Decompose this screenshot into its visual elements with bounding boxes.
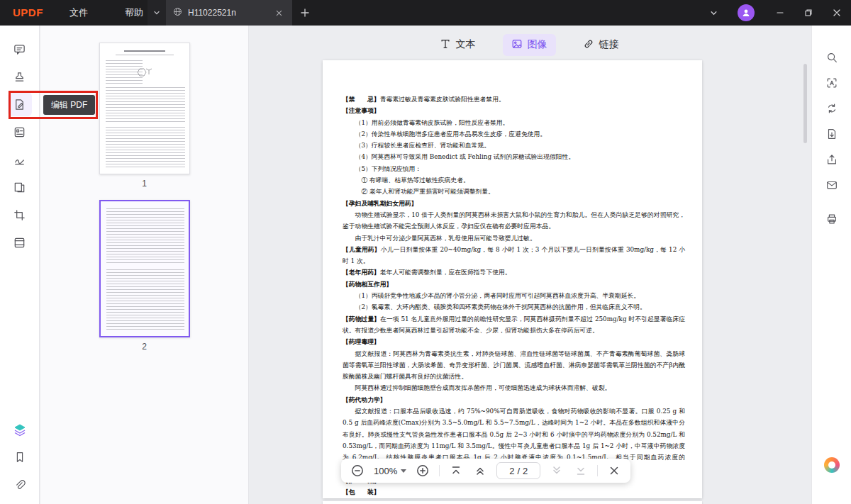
page-indicator[interactable]: 2 / 2 <box>496 462 540 479</box>
total-pages: 2 <box>523 466 528 476</box>
maximize-button[interactable] <box>794 0 823 26</box>
doc-section-text: （2）传染性单核细胞增多症患者应用本品易发生皮疹，应避免使用。 <box>355 130 547 138</box>
doc-section-text: 青霉素过敏及青霉素皮肤试验阳性患者禁用。 <box>380 96 505 103</box>
email-icon[interactable] <box>821 174 842 196</box>
search-icon[interactable] <box>821 47 842 68</box>
minimize-button[interactable] <box>766 0 794 26</box>
next-page-button[interactable] <box>549 463 564 478</box>
doc-section-text: 老年人可能需调整剂量，应在医师指导下使用。 <box>380 269 511 276</box>
doc-section-head: 【孕妇及哺乳期妇女用药】 <box>343 200 418 207</box>
doc-section-text: （4）阿莫西林可导致采用 Benedict 或 Fehling 试剂的尿糖试验出… <box>355 153 575 160</box>
doc-section-text: （3）疗程较长患者应检查肝、肾功能和血常规。 <box>355 142 490 149</box>
doc-paragraph: 【包 装】 <box>343 486 685 498</box>
doc-paragraph: （4）阿莫西林可导致采用 Benedict 或 Fehling 试剂的尿糖试验出… <box>343 151 685 162</box>
tab-text-tool[interactable]: 文本 <box>431 34 484 56</box>
doc-section-head: 【儿童用药】 <box>343 246 381 253</box>
thumb-text-block <box>106 127 185 168</box>
doc-paragraph: 阿莫西林通过抑制细菌细胞壁合成而发挥杀菌作用，可使细菌迅速成为球状体而溶解、破裂… <box>343 382 685 393</box>
zoom-in-button[interactable] <box>415 463 430 478</box>
doc-section-head: 【包 装】 <box>343 488 380 495</box>
tabs-list-chevron-icon[interactable] <box>701 0 726 26</box>
page-thumbnail-1[interactable] <box>99 43 190 174</box>
doc-paragraph: 【禁 忌】青霉素过敏及青霉素皮肤试验阳性患者禁用。 <box>343 94 685 105</box>
doc-section-text: （1）用前必须做青霉素钠皮肤试验，阳性反应者禁用。 <box>355 119 509 126</box>
elements-icon[interactable] <box>8 418 32 442</box>
theme-icon[interactable] <box>821 454 842 476</box>
doc-paragraph: 【药物过量】在一项 51 名儿童意外服用过量的前瞻性研究显示，阿莫西林摄药剂量不… <box>343 313 685 337</box>
doc-paragraph: （1）丙磺舒竞争性地减少本品的肾小管分泌，两者同时应用可引起阿莫西林血浓度升高、… <box>343 290 685 301</box>
last-page-button[interactable] <box>573 463 589 478</box>
doc-section-text: 据文献报道：阿莫西林为青霉素类抗生素，对肺炎链球菌、溶血性链球菌等链球菌属、不产… <box>343 350 685 381</box>
thumbnail-page-number: 2 <box>142 342 147 352</box>
crop-icon[interactable] <box>8 203 32 227</box>
attachment-icon[interactable] <box>8 473 32 497</box>
doc-section-text: （1）丙磺舒竞争性地减少本品的肾小管分泌，两者同时应用可引起阿莫西林血浓度升高、… <box>355 292 640 299</box>
tab-close-icon[interactable] <box>272 6 285 19</box>
link-tool-label: 链接 <box>599 38 619 51</box>
avatar[interactable] <box>738 4 755 21</box>
updf-app-window: UPDF 文件 帮助 H11022521n <box>0 0 851 504</box>
text-tool-label: 文本 <box>456 38 476 51</box>
comment-icon[interactable] <box>8 37 32 61</box>
tab-dropdown-button[interactable] <box>148 0 166 26</box>
doc-section-text: 阿莫西林通过抑制细菌细胞壁合成而发挥杀菌作用，可使细菌迅速成为球状体而溶解、破裂… <box>355 384 611 391</box>
image-tool-icon <box>511 38 523 52</box>
tab-strip: H11022521n <box>148 0 318 26</box>
menu-file[interactable]: 文件 <box>65 6 92 19</box>
doc-section-head: 【药理毒理】 <box>343 338 380 345</box>
text-tool-icon <box>440 38 451 52</box>
titlebar-right <box>701 0 851 26</box>
tab-image-tool[interactable]: 图像 <box>503 34 556 56</box>
doc-section-text: （2）氯霉素、大环内酯类、磺胺类和四环素类药物在体外干扰阿莫西林的抗菌作用，但其… <box>355 303 646 310</box>
doc-paragraph: 【有 效 期】24 个月。 <box>343 498 685 498</box>
save-as-icon[interactable] <box>821 123 842 145</box>
doc-paragraph: 由于乳汁中可分泌少量阿莫西林，乳母使用后可能导致婴儿过敏。 <box>343 233 685 244</box>
tab-link-tool[interactable]: 链接 <box>574 34 628 56</box>
ocr-icon[interactable] <box>821 72 842 94</box>
zoom-caret-icon <box>401 469 406 473</box>
globe-icon <box>173 6 182 19</box>
menu-help[interactable]: 帮助 <box>121 6 148 19</box>
document-text: 【禁 忌】青霉素过敏及青霉素皮肤试验阳性患者禁用。 【注意事项】 （1）用前必须… <box>343 94 685 498</box>
prev-page-button[interactable] <box>472 463 488 478</box>
new-tab-button[interactable] <box>292 0 318 26</box>
doc-section-head: 【禁 忌】 <box>343 96 380 103</box>
doc-paragraph: 【注意事项】 <box>343 105 685 116</box>
updf-logo: UPDF <box>13 6 43 18</box>
doc-section-head: 【药物相互作用】 <box>343 281 392 288</box>
doc-section-text: （5）下列情况应慎用： <box>355 165 422 172</box>
document-tab[interactable]: H11022521n <box>166 0 292 26</box>
close-toolbar-button[interactable] <box>606 463 622 478</box>
zoom-out-button[interactable] <box>350 463 365 478</box>
doc-paragraph: 【孕妇及哺乳期妇女用药】 <box>343 198 685 209</box>
stamp-icon[interactable] <box>8 65 32 89</box>
print-icon[interactable] <box>821 208 842 230</box>
convert-icon[interactable] <box>821 98 842 119</box>
doc-section-text: 在一项 51 名儿童意外服用过量的前瞻性研究显示，阿莫西林摄药剂量不超过 250… <box>343 315 685 334</box>
doc-section-head: 【药物过量】 <box>343 315 380 323</box>
image-tool-label: 图像 <box>528 38 547 51</box>
next-page-edge <box>323 501 702 504</box>
first-page-button[interactable] <box>448 463 464 478</box>
page-thumbnail-2[interactable] <box>99 200 190 337</box>
share-icon[interactable] <box>821 149 842 170</box>
form-icon[interactable] <box>8 120 32 144</box>
tab-title: H11022521n <box>188 8 267 18</box>
doc-section-text: ① 有哮喘、枯草热等过敏性疾病史者。 <box>361 177 469 184</box>
page-separator: / <box>517 466 520 476</box>
organize-pages-icon[interactable] <box>8 175 32 199</box>
thumb-subtitle-line <box>116 55 174 55</box>
doc-paragraph: 【药理毒理】 <box>343 336 685 347</box>
link-tool-icon <box>583 38 594 52</box>
bookmark-icon[interactable] <box>8 445 32 469</box>
current-page: 2 <box>509 466 514 476</box>
close-window-button[interactable] <box>823 0 851 26</box>
zoom-level-dropdown[interactable]: 100% <box>374 466 406 476</box>
titlebar: UPDF 文件 帮助 H11022521n <box>0 0 851 26</box>
pdf-page[interactable]: 【禁 忌】青霉素过敏及青霉素皮肤试验阳性患者禁用。 【注意事项】 （1）用前必须… <box>323 60 702 498</box>
doc-paragraph: 【药代动力学】 <box>343 394 685 405</box>
signature-icon[interactable] <box>8 147 32 172</box>
document-scrollbar[interactable] <box>803 64 807 143</box>
header-footer-icon[interactable] <box>8 230 32 254</box>
doc-section-text: 动物生殖试验显示，10 倍于人类剂量的阿莫西林未损害大鼠和小鼠的生育力和胎儿。但… <box>343 211 685 230</box>
